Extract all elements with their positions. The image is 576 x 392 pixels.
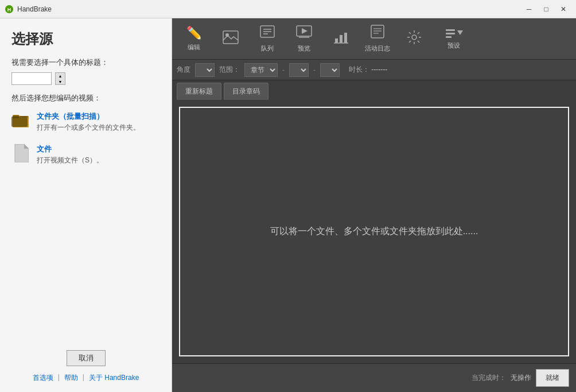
drop-area[interactable]: 可以将一个文件、多个文件或文件夹拖放到此处...... xyxy=(179,107,569,356)
close-button[interactable]: ✕ xyxy=(555,3,571,15)
toolbar-edit-button[interactable]: ✏️ 编辑 xyxy=(177,22,211,56)
title-bar-left: H HandBrake xyxy=(5,5,52,14)
range-end-select[interactable] xyxy=(320,63,340,77)
range-sep1: - xyxy=(282,66,285,74)
svg-rect-19 xyxy=(340,35,343,43)
svg-line-34 xyxy=(409,41,411,42)
file-icon xyxy=(11,144,30,162)
title-bar-controls: ─ □ ✕ xyxy=(521,3,571,15)
bottom-bar: 当完成时： 无操作 就绪 xyxy=(172,363,576,392)
log-icon xyxy=(369,25,386,42)
bottom-right: 当完成时： 无操作 就绪 xyxy=(472,369,569,387)
encode-button[interactable]: 就绪 xyxy=(536,369,569,387)
svg-line-31 xyxy=(409,32,411,34)
svg-rect-20 xyxy=(344,33,347,43)
range-start-select[interactable] xyxy=(289,63,309,77)
file-option-title: 文件 xyxy=(37,144,103,154)
cancel-button[interactable]: 取消 xyxy=(67,350,106,366)
queue-icon xyxy=(259,25,275,42)
svg-rect-6 xyxy=(13,115,19,118)
title-input-label: 视需要选择一个具体的标题： xyxy=(11,57,160,68)
svg-line-33 xyxy=(418,32,419,34)
toolbar-chart-button[interactable] xyxy=(324,22,358,56)
app-icon: H xyxy=(5,5,14,14)
status-value: 无操作 xyxy=(511,373,531,383)
drop-text: 可以将一个文件、多个文件或文件夹拖放到此处...... xyxy=(270,226,478,238)
source-sublabel: 然后选择您想编码的视频： xyxy=(11,93,160,103)
range-label: 范围： xyxy=(219,65,240,75)
folder-option-title: 文件夹（批量扫描） xyxy=(37,111,140,122)
toolbar-log-button[interactable]: 活动日志 xyxy=(360,22,395,56)
main-area: ✏️ 编辑 xyxy=(172,18,576,392)
spinner-down[interactable]: ▼ xyxy=(56,79,65,84)
svg-line-32 xyxy=(418,41,419,42)
toolbar-image-button[interactable] xyxy=(213,22,248,56)
toolbar-preview-button[interactable]: 预览 xyxy=(287,22,321,56)
folder-option[interactable]: 文件夹（批量扫描） 打开有一个或多个文件的文件夹。 xyxy=(11,111,160,133)
edit-icon: ✏️ xyxy=(186,26,202,41)
range-sep2: - xyxy=(313,66,316,74)
title-input-row: ▲ ▼ xyxy=(11,72,160,85)
footer-link-about[interactable]: 关于 HandBrake xyxy=(89,373,139,383)
footer-link-preferences[interactable]: 首选项 xyxy=(33,373,53,383)
image-icon xyxy=(223,30,239,48)
duration-label: 时长： ------- xyxy=(349,65,387,75)
toolbar-presets-label: 预设 xyxy=(447,41,460,50)
title-bar: H HandBrake ─ □ ✕ xyxy=(0,0,576,18)
toolbar: ✏️ 编辑 xyxy=(172,18,576,60)
preview-icon xyxy=(296,25,312,42)
status-label: 当完成时： xyxy=(472,373,506,383)
source-panel: 选择源 视需要选择一个具体的标题： ▲ ▼ 然后选择您想编码的视频： xyxy=(0,18,172,392)
app-title: HandBrake xyxy=(17,5,52,13)
folder-option-text: 文件夹（批量扫描） 打开有一个或多个文件的文件夹。 xyxy=(37,111,140,133)
svg-point-26 xyxy=(412,35,417,40)
svg-rect-36 xyxy=(446,33,455,34)
file-option[interactable]: 文件 打开视频文件（S）。 xyxy=(11,144,160,165)
toolbar-edit-label: 编辑 xyxy=(188,43,200,52)
file-option-text: 文件 打开视频文件（S）。 xyxy=(37,144,103,165)
svg-text:H: H xyxy=(7,7,11,13)
toolbar-queue-label: 队列 xyxy=(261,44,274,53)
maximize-button[interactable]: □ xyxy=(538,3,554,15)
tab-retitle[interactable]: 重新标题 xyxy=(177,83,221,100)
source-bar: 角度 范围： 章节 - - 时长： ------- xyxy=(172,60,576,80)
footer-sep-1: | xyxy=(58,373,60,383)
duration-value: ------- xyxy=(371,65,387,73)
angle-select[interactable] xyxy=(195,63,215,77)
angle-label: 角度 xyxy=(177,65,190,75)
footer-links: 首选项 | 帮助 | 关于 HandBrake xyxy=(11,373,160,383)
toolbar-presets-button[interactable]: 预设 xyxy=(434,22,474,56)
svg-rect-18 xyxy=(335,38,338,43)
toolbar-preview-label: 预览 xyxy=(298,44,310,53)
footer-link-help[interactable]: 帮助 xyxy=(64,373,78,383)
svg-rect-9 xyxy=(223,31,238,44)
cancel-row: 取消 xyxy=(11,350,160,366)
drop-area-container: 可以将一个文件、多个文件或文件夹拖放到此处...... xyxy=(172,100,576,363)
folder-option-desc: 打开有一个或多个文件的文件夹。 xyxy=(37,123,140,133)
toolbar-log-label: 活动日志 xyxy=(365,44,390,53)
svg-rect-37 xyxy=(446,36,452,38)
tab-chapters[interactable]: 目录章码 xyxy=(224,83,268,100)
chart-icon xyxy=(333,30,349,48)
title-input[interactable] xyxy=(11,72,52,85)
range-select[interactable]: 章节 xyxy=(244,63,278,77)
file-option-desc: 打开视频文件（S）。 xyxy=(37,156,103,165)
gear-icon xyxy=(407,30,422,48)
spinner-up[interactable]: ▲ xyxy=(56,73,65,79)
toolbar-settings-button[interactable] xyxy=(397,22,431,56)
app-container: 选择源 视需要选择一个具体的标题： ▲ ▼ 然后选择您想编码的视频： xyxy=(0,18,576,392)
svg-rect-22 xyxy=(371,25,384,38)
minimize-button[interactable]: ─ xyxy=(521,3,537,15)
presets-icon xyxy=(445,28,463,39)
folder-icon xyxy=(11,111,30,130)
svg-marker-38 xyxy=(457,30,463,35)
footer-sep-2: | xyxy=(83,373,84,383)
title-spinner: ▲ ▼ xyxy=(55,72,65,85)
svg-marker-16 xyxy=(302,28,308,34)
toolbar-queue-button[interactable]: 队列 xyxy=(250,22,285,56)
source-panel-title: 选择源 xyxy=(11,30,160,48)
svg-rect-35 xyxy=(446,29,455,31)
tabs-row: 重新标题 目录章码 xyxy=(172,80,576,100)
